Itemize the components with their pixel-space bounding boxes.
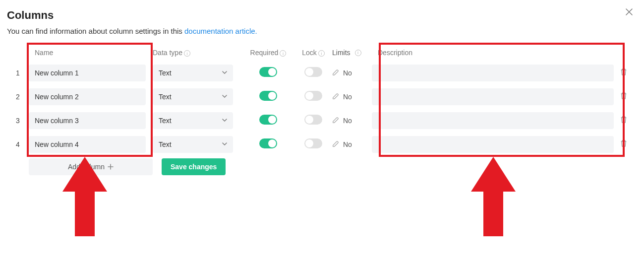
info-icon[interactable]: i xyxy=(318,50,325,57)
datatype-select[interactable]: Text xyxy=(153,88,233,105)
required-toggle[interactable] xyxy=(259,138,277,148)
footer-row: Add column Save changes xyxy=(7,158,637,175)
subtitle: You can find information about column se… xyxy=(7,27,637,35)
row-index: 1 xyxy=(7,69,29,77)
pencil-icon xyxy=(332,69,339,77)
description-input[interactable] xyxy=(372,88,614,105)
required-toggle[interactable] xyxy=(259,67,277,77)
datatype-value: Text xyxy=(159,93,172,101)
name-input[interactable] xyxy=(29,136,146,153)
datatype-select[interactable]: Text xyxy=(153,112,233,129)
limits-cell[interactable]: No xyxy=(332,93,352,101)
delete-button[interactable] xyxy=(614,139,634,149)
chevron-down-icon xyxy=(222,117,227,124)
name-input[interactable] xyxy=(29,65,146,81)
plus-icon xyxy=(108,164,114,170)
header-lock: Locki xyxy=(294,49,332,57)
table-row: 4 Text No xyxy=(7,133,637,156)
pencil-icon xyxy=(332,117,339,125)
close-icon[interactable] xyxy=(621,7,637,19)
header-description: Description xyxy=(372,49,614,57)
row-index: 3 xyxy=(7,117,29,125)
delete-button[interactable] xyxy=(614,92,634,102)
datatype-value: Text xyxy=(159,69,172,77)
limits-value: No xyxy=(343,140,352,148)
lock-toggle[interactable] xyxy=(304,91,322,101)
delete-button[interactable] xyxy=(614,116,634,126)
chevron-down-icon xyxy=(222,141,227,148)
limits-cell[interactable]: No xyxy=(332,117,352,125)
save-button[interactable]: Save changes xyxy=(162,158,226,175)
limits-value: No xyxy=(343,69,352,77)
pencil-icon xyxy=(332,93,339,101)
required-toggle[interactable] xyxy=(259,91,277,101)
table-row: 1 Text No xyxy=(7,61,637,85)
description-input[interactable] xyxy=(372,112,614,129)
table-row: 3 Text No xyxy=(7,109,637,133)
limits-cell[interactable]: No xyxy=(332,140,352,149)
required-toggle[interactable] xyxy=(259,115,277,125)
limits-value: No xyxy=(343,93,352,101)
delete-button[interactable] xyxy=(614,68,634,78)
limits-cell[interactable]: No xyxy=(332,69,352,77)
table-row: 2 Text No xyxy=(7,85,637,109)
name-input[interactable] xyxy=(29,88,146,105)
datatype-value: Text xyxy=(159,140,172,148)
lock-toggle[interactable] xyxy=(304,115,322,125)
datatype-value: Text xyxy=(159,117,172,125)
chevron-down-icon xyxy=(222,93,227,100)
info-icon[interactable]: i xyxy=(184,50,190,57)
pencil-icon xyxy=(332,140,339,149)
chevron-down-icon xyxy=(222,69,227,76)
header-datatype: Data typei xyxy=(153,49,242,57)
lock-toggle[interactable] xyxy=(304,138,322,148)
datatype-select[interactable]: Text xyxy=(153,65,233,81)
datatype-select[interactable]: Text xyxy=(153,136,233,153)
table-header: Name Data typei Requiredi Locki Limitsi … xyxy=(7,44,637,61)
info-icon[interactable]: i xyxy=(280,50,286,57)
page-title: Columns xyxy=(7,9,54,22)
description-input[interactable] xyxy=(372,136,614,153)
documentation-link[interactable]: documentation article. xyxy=(184,27,257,35)
name-input[interactable] xyxy=(29,112,146,129)
description-input[interactable] xyxy=(372,65,614,81)
lock-toggle[interactable] xyxy=(304,67,322,77)
row-index: 2 xyxy=(7,93,29,101)
subtitle-text: You can find information about column se… xyxy=(7,27,184,35)
header-required: Requiredi xyxy=(242,49,294,57)
limits-value: No xyxy=(343,117,352,125)
columns-table: Name Data typei Requiredi Locki Limitsi … xyxy=(7,44,637,175)
info-icon[interactable]: i xyxy=(355,50,361,56)
header-limits: Limitsi xyxy=(332,49,372,57)
row-index: 4 xyxy=(7,140,29,148)
header-name: Name xyxy=(29,49,153,57)
add-column-button[interactable]: Add column xyxy=(29,158,153,175)
